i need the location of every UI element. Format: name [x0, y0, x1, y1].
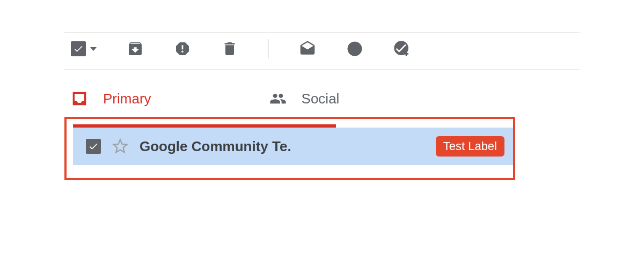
- star-outline-icon: [112, 138, 128, 154]
- toolbar-divider: [268, 39, 269, 58]
- gmail-inbox-region: Primary Social: [0, 0, 644, 180]
- mark-read-icon: [299, 40, 316, 58]
- select-all-control[interactable]: [71, 41, 97, 56]
- annotation-highlight-box: Google Community Te. Test Label: [64, 117, 515, 180]
- category-tabs: Primary Social: [64, 85, 580, 113]
- tab-social[interactable]: Social: [269, 85, 340, 113]
- spam-icon: [174, 40, 191, 57]
- star-toggle[interactable]: [112, 138, 129, 155]
- tab-primary[interactable]: Primary: [71, 85, 151, 113]
- tab-social-label: Social: [302, 91, 340, 107]
- add-task-icon: [393, 40, 411, 58]
- inbox-icon: [71, 90, 88, 107]
- action-toolbar: [64, 32, 580, 70]
- tab-primary-label: Primary: [103, 91, 151, 107]
- check-icon: [73, 43, 84, 54]
- email-row[interactable]: Google Community Te. Test Label: [73, 128, 513, 165]
- chevron-down-icon[interactable]: [90, 47, 97, 51]
- check-icon: [88, 141, 99, 152]
- email-row-checkbox[interactable]: [86, 139, 101, 154]
- snooze-icon: [346, 40, 363, 57]
- delete-icon: [221, 40, 238, 57]
- delete-button[interactable]: [221, 40, 238, 57]
- add-to-tasks-button[interactable]: [393, 40, 411, 57]
- select-all-checkbox[interactable]: [71, 41, 86, 56]
- report-spam-button[interactable]: [174, 40, 191, 57]
- email-list: Google Community Te. Test Label: [67, 124, 513, 165]
- email-label-badge[interactable]: Test Label: [436, 136, 504, 157]
- archive-button[interactable]: [127, 40, 144, 57]
- snooze-button[interactable]: [346, 40, 363, 57]
- archive-icon: [127, 40, 144, 57]
- mark-as-read-button[interactable]: [299, 40, 316, 57]
- email-sender: Google Community Te.: [140, 138, 291, 155]
- people-icon: [269, 90, 287, 107]
